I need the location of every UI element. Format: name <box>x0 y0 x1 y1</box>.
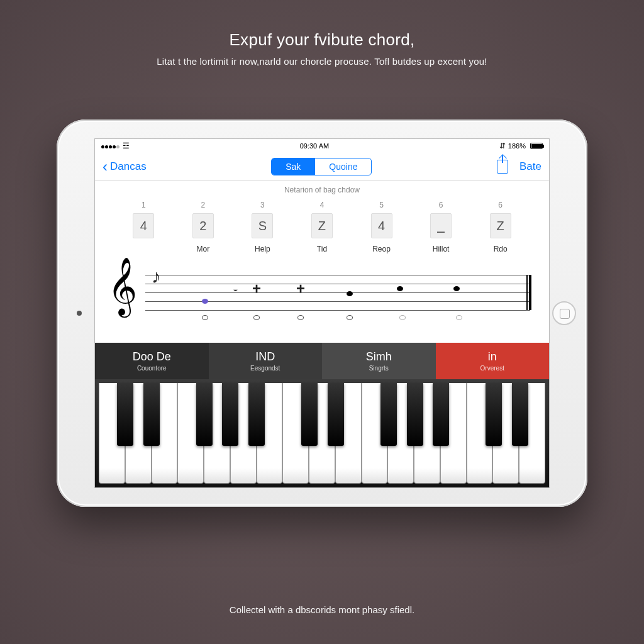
black-key[interactable] <box>433 383 449 446</box>
note-icon <box>399 315 406 320</box>
slot-tile[interactable]: 2 <box>192 213 214 238</box>
note-icon <box>397 286 403 291</box>
promo-footer: Collectel with a dbscorids mont phasy sf… <box>0 604 644 615</box>
signal-dots-icon <box>101 142 120 150</box>
slot-label: Hillot <box>433 245 450 253</box>
action-label: in <box>488 350 497 364</box>
action-button[interactable]: INDEesgondst <box>209 343 323 379</box>
slot-label: Help <box>255 245 270 253</box>
note-icon <box>347 315 353 320</box>
plus-icon: + <box>252 280 261 297</box>
share-icon[interactable] <box>497 160 508 174</box>
slot-tile[interactable]: 4 <box>371 213 392 238</box>
promo-title: Expuf your fvibute chord, <box>0 30 644 50</box>
battery-icon <box>530 143 543 149</box>
slot-label: Reop <box>372 245 391 253</box>
slot-number: 6 <box>498 201 502 209</box>
treble-clef-icon: 𝄞 <box>108 261 137 311</box>
chevron-left-icon: ‹ <box>103 159 108 174</box>
action-sublabel: Singrts <box>369 365 389 372</box>
note-icon <box>202 315 208 320</box>
black-key[interactable] <box>328 383 344 446</box>
black-key[interactable] <box>407 383 423 446</box>
tablet-mockup: ☲ 09:30 AM ⇵ 186% ‹ Dancas Sak Quoine <box>57 119 587 507</box>
action-sublabel: Couontore <box>137 365 167 372</box>
promo-subtitle: Litat t the lortimit ir now,narld our ch… <box>0 56 644 67</box>
status-time: 09:30 AM <box>300 142 329 150</box>
segment-sak[interactable]: Sak <box>272 158 315 175</box>
nav-right-button[interactable]: Bate <box>519 160 541 173</box>
wifi-icon-right: ⇵ <box>499 142 506 150</box>
back-button[interactable]: ‹ Dancas <box>103 159 147 174</box>
app-screen: ☲ 09:30 AM ⇵ 186% ‹ Dancas Sak Quoine <box>94 138 550 488</box>
action-sublabel: Orverest <box>480 365 504 372</box>
piano-keyboard[interactable] <box>95 379 549 487</box>
music-staff: 𝄞 ♪ 𝄻 + + <box>108 261 536 330</box>
black-key[interactable] <box>117 383 133 446</box>
black-key[interactable] <box>143 383 160 446</box>
status-bar: ☲ 09:30 AM ⇵ 186% <box>95 139 549 153</box>
chord-slots: 1422Mor3SHelp4ZTid54Reop6⎯Hillot6ZRdo <box>95 194 549 253</box>
slot-number: 4 <box>320 201 325 209</box>
note-icon <box>297 315 304 320</box>
chord-slot[interactable]: 14 <box>133 201 154 253</box>
black-key[interactable] <box>248 383 265 446</box>
black-key[interactable] <box>486 383 502 446</box>
chord-slot[interactable]: 22Mor <box>192 201 214 253</box>
home-button[interactable] <box>552 301 576 325</box>
final-barline <box>526 275 531 310</box>
section-title: Netarion of bag chdow <box>95 186 549 194</box>
slot-number: 6 <box>439 201 443 209</box>
note-icon <box>253 315 260 320</box>
chord-slot[interactable]: 4ZTid <box>311 201 333 253</box>
battery-percent: 186% <box>508 142 526 150</box>
slot-label: Tid <box>317 245 327 253</box>
slot-tile[interactable]: Z <box>311 213 333 238</box>
black-key[interactable] <box>380 383 397 446</box>
slot-number: 5 <box>379 201 384 209</box>
action-button[interactable]: inOrverest <box>436 343 550 379</box>
black-key[interactable] <box>222 383 238 446</box>
action-label: Doo De <box>133 350 171 364</box>
action-sublabel: Eesgondst <box>250 365 280 372</box>
slot-number: 3 <box>260 201 265 209</box>
slot-number: 2 <box>201 201 206 209</box>
note-icon <box>453 286 460 291</box>
camera-dot <box>77 311 82 316</box>
slot-tile[interactable]: ⎯ <box>430 213 452 238</box>
chord-slot[interactable]: 6ZRdo <box>490 201 511 253</box>
black-key[interactable] <box>301 383 318 446</box>
segment-quoine[interactable]: Quoine <box>315 158 371 175</box>
slot-label: Rdo <box>494 245 508 253</box>
note-icon <box>202 299 208 304</box>
plus-icon: + <box>296 280 305 297</box>
slot-tile[interactable]: Z <box>490 213 511 238</box>
black-key[interactable] <box>196 383 213 446</box>
action-bar: Doo DeCouontoreINDEesgondstSimhSingrtsin… <box>95 343 549 379</box>
slot-tile[interactable]: 4 <box>133 213 154 238</box>
chord-slot[interactable]: 3SHelp <box>252 201 273 253</box>
note-icon <box>347 291 353 296</box>
action-label: IND <box>255 350 275 364</box>
action-button[interactable]: Doo DeCouontore <box>95 343 209 379</box>
action-label: Simh <box>366 350 392 364</box>
chord-slot[interactable]: 54Reop <box>371 201 392 253</box>
slot-label: Mor <box>197 245 210 253</box>
chord-slot[interactable]: 6⎯Hillot <box>430 201 452 253</box>
back-label: Dancas <box>110 160 147 173</box>
segmented-control: Sak Quoine <box>271 158 372 175</box>
wifi-icon: ☲ <box>123 142 130 150</box>
nav-bar: ‹ Dancas Sak Quoine Bate <box>95 153 549 180</box>
note-icon: ♪ <box>152 267 161 286</box>
slot-number: 1 <box>142 201 146 209</box>
action-button[interactable]: SimhSingrts <box>322 343 436 379</box>
note-icon <box>456 315 462 320</box>
black-key[interactable] <box>512 383 528 446</box>
slot-tile[interactable]: S <box>252 213 273 238</box>
